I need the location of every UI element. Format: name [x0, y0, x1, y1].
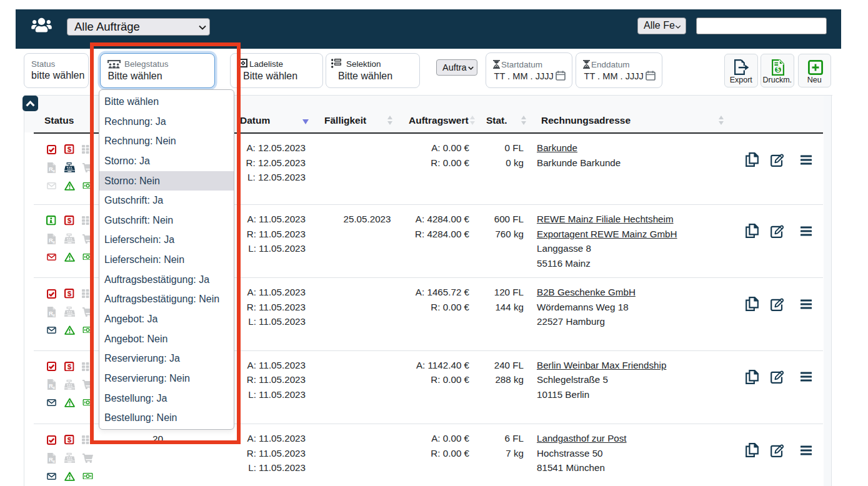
svg-text:$: $	[776, 66, 780, 73]
